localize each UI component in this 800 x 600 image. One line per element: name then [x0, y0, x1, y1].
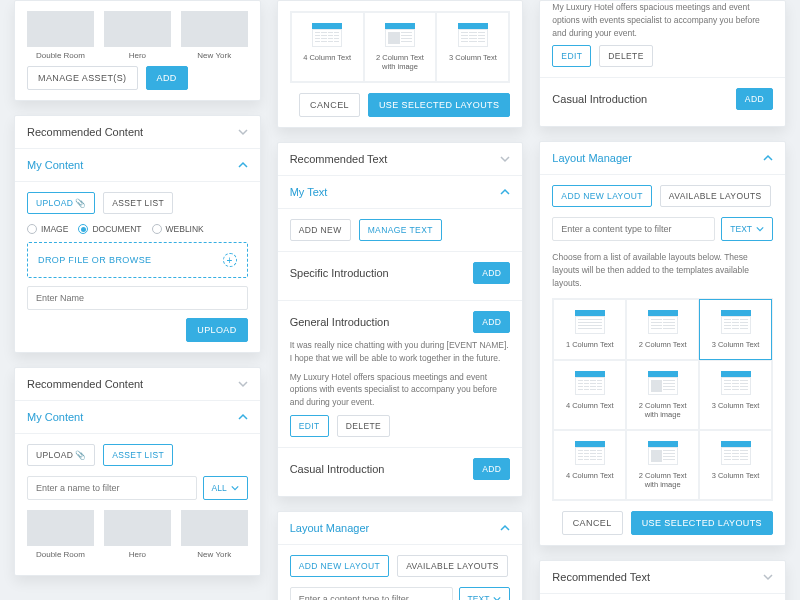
tab-asset-list[interactable]: ASSET LIST — [103, 444, 173, 466]
tab-upload[interactable]: UPLOAD 📎 — [27, 192, 95, 214]
filter-input[interactable] — [27, 476, 197, 500]
edit-button[interactable]: EDIT — [290, 415, 329, 437]
manage-text-button[interactable]: MANAGE TEXT — [359, 219, 442, 241]
intro-body: My Luxury Hotel offers spacious meetings… — [290, 371, 511, 409]
content-assetlist-card: Recommended Content My Content UPLOAD 📎 … — [14, 367, 261, 576]
intro-title: Casual Introduction — [290, 463, 385, 475]
intro-editor-card: My Luxury Hotel offers spacious meetings… — [539, 0, 786, 127]
cancel-button[interactable]: CANCEL — [299, 93, 360, 117]
layout-manager-small: Layout Manager ADD NEW LAYOUT AVAILABLE … — [277, 511, 524, 600]
layout-option[interactable]: 2 Column Text with image — [626, 430, 699, 500]
layout-option[interactable]: 2 Column Text with image — [626, 360, 699, 430]
layout-option[interactable]: 4 Column Text — [553, 360, 626, 430]
filter-input[interactable] — [290, 587, 453, 600]
delete-button[interactable]: DELETE — [599, 45, 652, 67]
layout-option[interactable]: 3 Column Text — [699, 360, 772, 430]
layout-caption: 4 Column Text — [566, 401, 614, 410]
filter-type-select[interactable]: ALL — [203, 476, 248, 500]
content-type-radios: IMAGE DOCUMENT WEBLINK — [27, 224, 248, 234]
section-title: My Content — [27, 159, 83, 171]
section-my-text[interactable]: My Text — [540, 594, 785, 601]
layout-picker-small: 4 Column Text2 Column Text with image3 C… — [277, 0, 524, 128]
layout-option[interactable]: 3 Column Text — [436, 12, 509, 82]
edit-button[interactable]: EDIT — [552, 45, 591, 67]
intro-title: Casual Introduction — [552, 93, 647, 105]
layout-caption: 4 Column Text — [303, 53, 351, 62]
section-recommended-text[interactable]: Recommended Text — [540, 561, 785, 594]
layout-option[interactable]: 3 Column Text — [699, 430, 772, 500]
layout-caption: 2 Column Text with image — [633, 401, 692, 419]
asset-thumbs: Double Room Hero New York — [27, 11, 248, 60]
layout-grid: 1 Column Text2 Column Text3 Column Text4… — [552, 298, 773, 501]
asset-thumb[interactable]: Hero — [104, 510, 171, 559]
dropzone[interactable]: DROP FILE OR BROWSE + — [27, 242, 248, 278]
use-selected-button[interactable]: USE SELECTED LAYOUTS — [631, 511, 773, 535]
filter-type-select[interactable]: TEXT — [721, 217, 773, 241]
tab-add-new-layout[interactable]: ADD NEW LAYOUT — [552, 185, 651, 207]
layout-caption: 3 Column Text — [712, 401, 760, 410]
intro-body: My Luxury Hotel offers spacious meetings… — [552, 1, 773, 39]
section-my-text[interactable]: My Text — [278, 176, 523, 209]
section-layout-manager[interactable]: Layout Manager — [278, 512, 523, 545]
layout-caption: 3 Column Text — [449, 53, 497, 62]
layout-caption: 3 Column Text — [712, 471, 760, 480]
chevron-down-icon — [238, 379, 248, 389]
layout-option[interactable]: 2 Column Text — [626, 299, 699, 360]
section-recommended-text[interactable]: Recommended Text — [278, 143, 523, 176]
chevron-up-icon — [763, 153, 773, 163]
tab-available-layouts[interactable]: AVAILABLE LAYOUTS — [660, 185, 771, 207]
upload-button[interactable]: UPLOAD — [186, 318, 247, 342]
tab-asset-list[interactable]: ASSET LIST — [103, 192, 173, 214]
section-recommended-content[interactable]: Recommended Content — [15, 368, 260, 401]
layout-option[interactable]: 4 Column Text — [553, 430, 626, 500]
layout-hint: Choose from a list of available layouts … — [552, 251, 773, 289]
name-input[interactable] — [27, 286, 248, 310]
filter-input[interactable] — [552, 217, 715, 241]
asset-thumb[interactable]: Double Room — [27, 11, 94, 60]
add-new-button[interactable]: ADD NEW — [290, 219, 351, 241]
section-title: Recommended Content — [27, 378, 143, 390]
delete-button[interactable]: DELETE — [337, 415, 390, 437]
filter-type-select[interactable]: TEXT — [459, 587, 511, 600]
chevron-up-icon — [500, 523, 510, 533]
tab-upload[interactable]: UPLOAD 📎 — [27, 444, 95, 466]
section-my-content[interactable]: My Content — [15, 149, 260, 182]
dropzone-label: DROP FILE OR BROWSE — [38, 255, 151, 265]
asset-thumb[interactable]: New York — [181, 11, 248, 60]
use-selected-button[interactable]: USE SELECTED LAYOUTS — [368, 93, 510, 117]
content-upload-card: Recommended Content My Content UPLOAD 📎 … — [14, 115, 261, 353]
layout-option[interactable]: 4 Column Text — [291, 12, 364, 82]
radio-weblink[interactable]: WEBLINK — [152, 224, 204, 234]
asset-thumbs: Double Room Hero New York — [27, 510, 248, 559]
cancel-button[interactable]: CANCEL — [562, 511, 623, 535]
section-layout-manager[interactable]: Layout Manager — [540, 142, 785, 175]
manage-assets-button[interactable]: MANAGE ASSET(S) — [27, 66, 138, 90]
section-recommended-content[interactable]: Recommended Content — [15, 116, 260, 149]
plus-circle-icon: + — [223, 253, 237, 267]
radio-document[interactable]: DOCUMENT — [78, 224, 141, 234]
layout-option[interactable]: 3 Column Text — [699, 299, 772, 360]
layout-option[interactable]: 2 Column Text with image — [364, 12, 437, 82]
tab-available-layouts[interactable]: AVAILABLE LAYOUTS — [397, 555, 508, 577]
radio-image[interactable]: IMAGE — [27, 224, 68, 234]
add-button[interactable]: ADD — [736, 88, 773, 110]
add-button[interactable]: ADD — [473, 458, 510, 480]
tab-add-new-layout[interactable]: ADD NEW LAYOUT — [290, 555, 389, 577]
chevron-up-icon — [238, 160, 248, 170]
assets-card: Double Room Hero New York MANAGE ASSET(S… — [14, 0, 261, 101]
section-title: My Text — [290, 186, 328, 198]
section-title: Layout Manager — [290, 522, 370, 534]
add-asset-button[interactable]: ADD — [146, 66, 188, 90]
asset-thumb[interactable]: New York — [181, 510, 248, 559]
chevron-up-icon — [238, 412, 248, 422]
layout-grid: 4 Column Text2 Column Text with image3 C… — [290, 11, 511, 83]
text-collapsed-card: Recommended Text My Text — [539, 560, 786, 601]
section-title: My Content — [27, 411, 83, 423]
add-button[interactable]: ADD — [473, 262, 510, 284]
section-my-content[interactable]: My Content — [15, 401, 260, 434]
asset-thumb[interactable]: Double Room — [27, 510, 94, 559]
asset-thumb[interactable]: Hero — [104, 11, 171, 60]
layout-manager-card: Layout Manager ADD NEW LAYOUT AVAILABLE … — [539, 141, 786, 545]
layout-option[interactable]: 1 Column Text — [553, 299, 626, 360]
add-button[interactable]: ADD — [473, 311, 510, 333]
